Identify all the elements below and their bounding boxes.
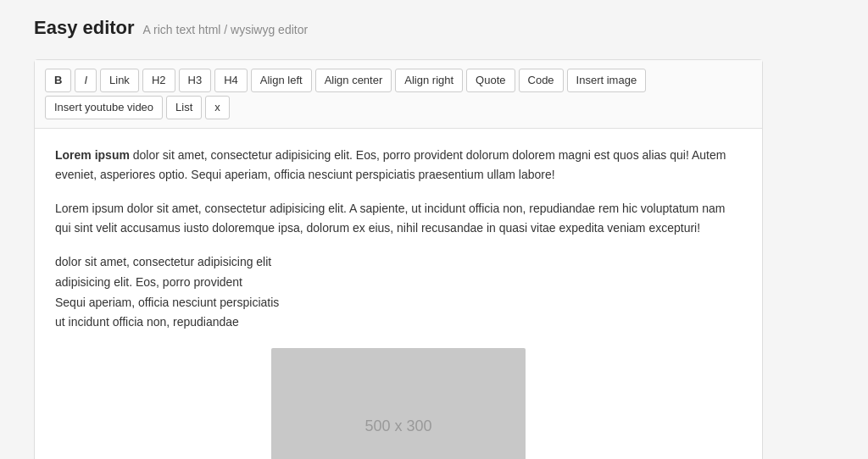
list-item: dolor sit amet, consectetur adipisicing … <box>55 252 742 273</box>
italic-btn[interactable]: I <box>75 69 97 92</box>
link-btn[interactable]: Link <box>100 69 139 92</box>
bold-btn[interactable]: B <box>45 69 71 92</box>
list-item: adipisicing elit. Eos, porro provident <box>55 273 742 293</box>
content-list: dolor sit amet, consectetur adipisicing … <box>55 252 742 333</box>
image-size-label: 500 x 300 <box>364 418 431 435</box>
list-btn[interactable]: List <box>166 96 202 119</box>
h3-btn[interactable]: H3 <box>179 69 212 92</box>
image-placeholder: 500 x 300 <box>271 348 526 459</box>
h2-btn[interactable]: H2 <box>142 69 175 92</box>
para1-rest: dolor sit amet, consectetur adipisicing … <box>55 148 726 180</box>
bold-text: Lorem ipsum <box>55 148 130 162</box>
image-wrapper: 500 x 300 Powered by HTML.COM <box>55 348 742 459</box>
page-title: Easy editor <box>34 17 135 39</box>
quote-btn[interactable]: Quote <box>466 69 515 92</box>
paragraph-1: Lorem ipsum dolor sit amet, consectetur … <box>55 146 742 184</box>
page-subtitle: A rich text html / wysiwyg editor <box>143 23 309 36</box>
clear-btn[interactable]: x <box>205 96 230 119</box>
align-left-btn[interactable]: Align left <box>251 69 312 92</box>
list-item: Sequi aperiam, officia nesciunt perspici… <box>55 293 742 313</box>
insert-image-btn[interactable]: Insert image <box>567 69 647 92</box>
toolbar: BILinkH2H3H4Align leftAlign centerAlign … <box>35 60 762 129</box>
page-header: Easy editor A rich text html / wysiwyg e… <box>34 17 834 39</box>
align-right-btn[interactable]: Align right <box>395 69 463 92</box>
h4-btn[interactable]: H4 <box>214 69 248 92</box>
insert-youtube-btn[interactable]: Insert youtube video <box>45 96 163 119</box>
align-center-btn[interactable]: Align center <box>315 69 392 92</box>
editor-container: BILinkH2H3H4Align leftAlign centerAlign … <box>34 59 763 459</box>
paragraph-2: Lorem ipsum dolor sit amet, consectetur … <box>55 199 742 237</box>
code-btn[interactable]: Code <box>519 69 564 92</box>
editor-content[interactable]: Lorem ipsum dolor sit amet, consectetur … <box>35 129 762 459</box>
list-item: ut incidunt officia non, repudiandae <box>55 312 742 333</box>
